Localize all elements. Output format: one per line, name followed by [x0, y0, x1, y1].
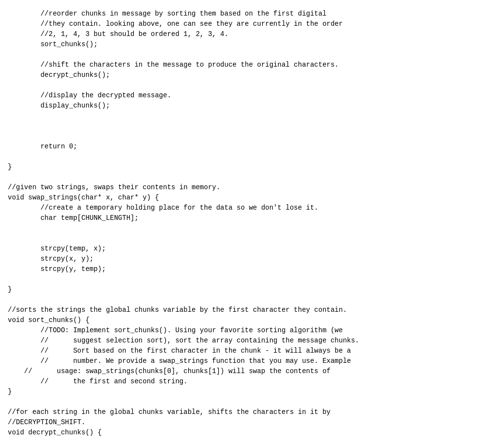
code-line: // usage: swap_strings(chunks[0], chunks… [8, 366, 472, 376]
code-line [8, 295, 472, 305]
code-line [8, 111, 472, 121]
code-line: //display the decrypted message. [8, 90, 472, 101]
code-line: } [8, 387, 472, 397]
code-line: strcpy(x, y); [8, 254, 472, 264]
code-line: char temp[CHUNK_LENGTH]; [8, 213, 472, 223]
code-line [8, 131, 472, 142]
code-line: //sorts the strings the global chunks va… [8, 305, 472, 315]
code-line: // suggest selection sort), sort the arr… [8, 336, 472, 346]
code-line: // Sort based on the first character in … [8, 346, 472, 356]
code-line: //shift the characters in the message to… [8, 60, 472, 70]
code-line: } [8, 162, 472, 172]
code-line: //given two strings, swaps their content… [8, 182, 472, 193]
code-line: strcpy(y, temp); [8, 264, 472, 274]
code-line [8, 223, 472, 233]
code-line: //DECRYPTION_SHIFT. [8, 417, 472, 428]
code-line: } [8, 285, 472, 295]
code-line: //reorder chunks in message by sorting t… [8, 9, 472, 19]
code-line [8, 121, 472, 131]
code-line: //they contain. looking above, one can s… [8, 19, 472, 29]
code-line [8, 152, 472, 162]
code-line: display_chunks(); [8, 101, 472, 111]
code-line: //for each string in the global chunks v… [8, 407, 472, 417]
code-line [8, 80, 472, 90]
code-line: strcpy(temp, x); [8, 244, 472, 254]
code-line [8, 274, 472, 285]
code-line: sort_chunks(); [8, 39, 472, 50]
code-line: // the first and second string. [8, 376, 472, 387]
code-line: // number. We provide a swap_strings fun… [8, 356, 472, 366]
code-line: void swap_strings(char* x, char* y) { [8, 193, 472, 203]
code-block: //reorder chunks in message by sorting t… [8, 9, 472, 438]
code-line: //TODO: Implement sort_chunks(). Using y… [8, 325, 472, 336]
code-line [8, 397, 472, 407]
code-line: //create a temporary holding place for t… [8, 203, 472, 213]
code-line: decrypt_chunks(); [8, 70, 472, 80]
code-line [8, 233, 472, 244]
code-line [8, 172, 472, 182]
code-line: void sort_chunks() { [8, 315, 472, 325]
code-line: return 0; [8, 142, 472, 152]
code-line [8, 50, 472, 60]
code-line: void decrypt_chunks() { [8, 428, 472, 438]
code-container: //reorder chunks in message by sorting t… [0, 5, 480, 448]
code-line: //2, 1, 4, 3 but should be ordered 1, 2,… [8, 29, 472, 39]
